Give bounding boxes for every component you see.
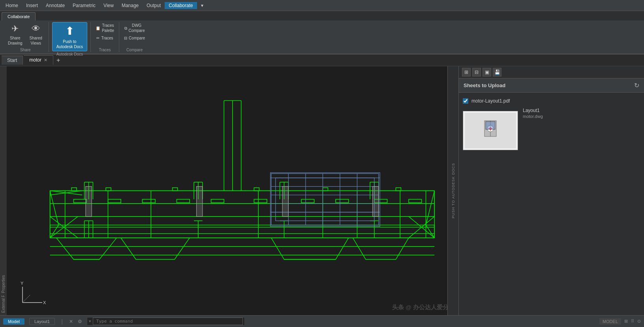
command-input-container: ▾: [87, 317, 245, 325]
command-dropdown-icon[interactable]: ▾: [89, 319, 91, 324]
ucs-icon: Y X: [19, 279, 46, 307]
menu-collaborate[interactable]: Collaborate: [165, 2, 197, 9]
drawing-canvas: [7, 66, 458, 315]
traces-group-label: Traces: [94, 47, 116, 52]
traces-palette-label: TracesPalette: [102, 23, 114, 33]
push-to-autodesk-icon: ⬆: [65, 24, 74, 38]
dwg-compare-icon: ⧉: [124, 26, 127, 31]
traces-palette-icon: 📋: [96, 26, 100, 31]
dwg-compare-button[interactable]: ⧉ DWGCompare: [123, 22, 146, 34]
refresh-button[interactable]: ↻: [634, 82, 639, 89]
ribbon-group-share: ✈ ShareDrawing 👁 SharedViews Share: [2, 22, 49, 52]
ribbon: Collaborate ✈ ShareDrawing 👁 SharedViews…: [0, 11, 644, 54]
svg-line-101: [23, 295, 30, 303]
compare-label: Compare: [129, 36, 145, 41]
traces-palette-button[interactable]: 📋 TracesPalette: [94, 22, 116, 34]
ribbon-group-traces: 📋 TracesPalette ✏ Traces Traces: [91, 22, 119, 52]
compare-button[interactable]: ⊟ Compare: [122, 35, 146, 41]
ribbon-group-compare: ⧉ DWGCompare ⊟ Compare Compare: [119, 22, 150, 52]
sheet-thumbnail: [463, 111, 518, 150]
ucs-compass: Y X: [19, 279, 46, 306]
traces-icon: ✏: [96, 36, 100, 41]
ribbon-tab-collaborate[interactable]: Collaborate: [2, 12, 36, 21]
settings-marker: ⚙: [78, 319, 82, 324]
share-drawing-icon: ✈: [11, 23, 19, 35]
menu-parametric[interactable]: Parametric: [69, 2, 100, 9]
menubar: Home Insert Annotate Parametric View Man…: [0, 0, 644, 11]
command-input[interactable]: [93, 318, 243, 325]
shared-views-button[interactable]: 👁 SharedViews: [26, 22, 45, 47]
svg-rect-109: [486, 121, 495, 129]
status-separator: |: [60, 318, 64, 325]
model-tab[interactable]: Model: [3, 318, 24, 325]
tab-start-label: Start: [7, 58, 17, 63]
svg-rect-96: [197, 187, 203, 217]
tab-motor-label: motor: [29, 57, 41, 63]
ucs-x-label: X: [43, 300, 46, 305]
menu-insert[interactable]: Insert: [22, 2, 42, 9]
menu-annotate[interactable]: Annotate: [42, 2, 69, 9]
ribbon-group-autodesk-docs: ⬆ Push toAutodesk Docs Autodesk Docs: [49, 22, 91, 52]
menu-manage[interactable]: Manage: [118, 2, 143, 9]
right-panel: ⊞ ⊟ ▣ 💾 Sheets to Upload ↻ motor-Layout1…: [458, 66, 644, 315]
autodesk-docs-buttons: ⬆ Push toAutodesk Docs: [52, 22, 87, 51]
rp-icon-4[interactable]: 💾: [493, 68, 501, 77]
sheet-checkbox[interactable]: [463, 98, 468, 104]
ucs-y-label: Y: [21, 281, 24, 286]
share-drawing-button[interactable]: ✈ ShareDrawing: [6, 22, 25, 47]
share-buttons: ✈ ShareDrawing 👁 SharedViews: [6, 22, 45, 47]
share-group-label: Share: [6, 47, 45, 52]
push-to-autodesk-label: Push toAutodesk Docs: [56, 39, 83, 49]
canvas-area[interactable]: Y X 头条 @ 办公达人爱分享 PUSH TO AUTODESK DOCS: [7, 66, 458, 315]
shared-views-icon: 👁: [32, 23, 40, 35]
share-drawing-label: ShareDrawing: [8, 36, 23, 46]
tabbar: Start motor ✕ +: [0, 54, 644, 66]
compare-icon: ⊟: [124, 36, 127, 41]
model-badge[interactable]: MODEL: [599, 318, 621, 325]
grid-icon[interactable]: ⊞: [624, 319, 628, 324]
svg-rect-97: [282, 187, 288, 217]
sheet-info: Layout1 motor.dwg: [523, 108, 543, 119]
status-right: MODEL ⊞ ⠿ ⊙: [599, 318, 641, 325]
panel-content: motor-Layout1.pdf: [459, 93, 644, 315]
menu-home[interactable]: Home: [2, 2, 22, 9]
new-tab-button[interactable]: +: [54, 56, 62, 65]
tab-motor-close[interactable]: ✕: [44, 58, 47, 63]
rp-icon-3[interactable]: ▣: [483, 68, 491, 77]
main-area: External References: [0, 66, 644, 315]
shared-views-label: SharedViews: [30, 36, 42, 46]
svg-rect-98: [373, 187, 379, 217]
tab-start[interactable]: Start: [2, 56, 23, 65]
sheet-preview-row: Layout1 motor.dwg: [463, 108, 640, 153]
sheet-layout-name: Layout1: [523, 108, 543, 113]
menu-more[interactable]: ▾: [197, 2, 207, 9]
sheet-item: motor-Layout1.pdf: [463, 97, 640, 105]
right-panel-header: Sheets to Upload ↻: [459, 78, 644, 93]
thumbnail-svg: [465, 113, 516, 148]
menu-output[interactable]: Output: [143, 2, 165, 9]
rp-icon-1[interactable]: ⊞: [462, 68, 471, 77]
push-to-autodesk-docs-label: PUSH TO AUTODESK DOCS: [451, 163, 455, 219]
properties-panel[interactable]: Properties: [0, 248, 7, 295]
push-to-autodesk-docs-panel[interactable]: PUSH TO AUTODESK DOCS: [447, 66, 458, 315]
layout1-tab[interactable]: Layout1: [29, 318, 55, 325]
right-panel-title: Sheets to Upload: [464, 82, 505, 88]
panel-corner-buttons: ↻: [634, 82, 639, 89]
push-to-autodesk-button[interactable]: ⬆ Push toAutodesk Docs: [52, 22, 87, 51]
tab-motor[interactable]: motor ✕: [24, 55, 53, 65]
traces-button[interactable]: ✏ Traces: [95, 35, 115, 41]
settings-icon[interactable]: ⊙: [637, 319, 641, 324]
menu-view[interactable]: View: [100, 2, 118, 9]
statusbar: Model Layout1 | ✕ ⚙ ▾ MODEL ⊞ ⠿ ⊙: [0, 315, 644, 327]
rp-icon-2[interactable]: ⊟: [472, 68, 481, 77]
dwg-compare-label: DWGCompare: [129, 23, 145, 33]
svg-rect-95: [86, 187, 92, 217]
snap-icon[interactable]: ⠿: [631, 319, 634, 324]
sheet-dwg-name: motor.dwg: [523, 114, 543, 119]
cancel-marker: ✕: [69, 319, 73, 324]
ribbon-content: ✈ ShareDrawing 👁 SharedViews Share ⬆ Pus…: [0, 21, 644, 54]
compare-group-label: Compare: [122, 47, 146, 52]
traces-label: Traces: [101, 36, 113, 41]
right-panel-icon-row: ⊞ ⊟ ▣ 💾: [459, 66, 644, 78]
ribbon-tabs: Collaborate: [0, 11, 644, 21]
